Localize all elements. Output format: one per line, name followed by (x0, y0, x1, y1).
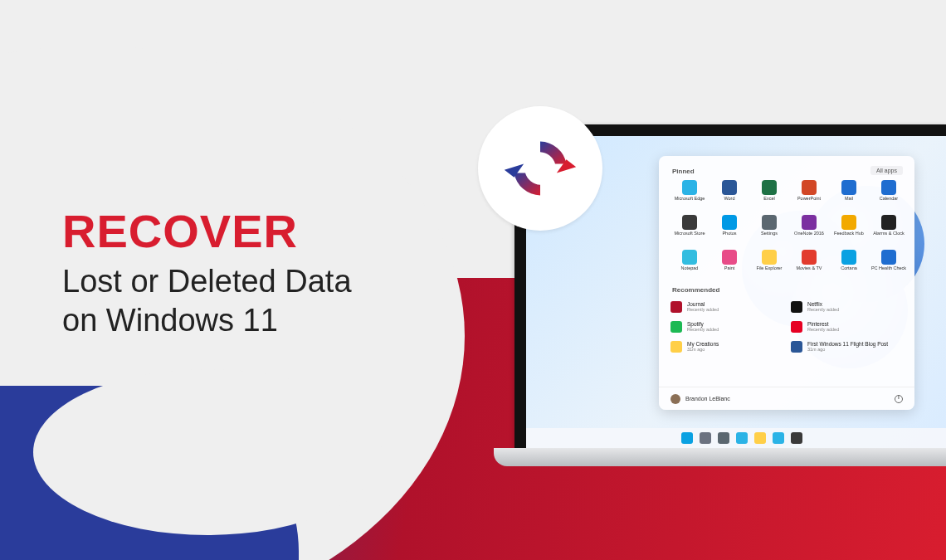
app-tile[interactable]: Alarms & Clock (870, 215, 908, 246)
app-icon (881, 180, 896, 195)
app-icon (722, 180, 737, 195)
app-tile[interactable]: Cortana (830, 250, 868, 281)
taskbar[interactable] (526, 428, 946, 448)
app-tile[interactable]: Settings (750, 215, 788, 246)
app-icon (881, 215, 896, 230)
app-tile[interactable]: Excel (750, 180, 788, 212)
start-menu[interactable]: Pinned All apps Microsoft EdgeWordExcelP… (659, 156, 914, 410)
taskbar-start-icon[interactable] (681, 432, 693, 444)
taskbar-store-icon[interactable] (791, 432, 802, 444)
app-tile[interactable]: Mail (830, 180, 868, 212)
app-tile[interactable]: PC Health Check (870, 250, 908, 281)
app-label: Notepad (670, 266, 709, 271)
recommended-item[interactable]: JournalRecently added (670, 299, 783, 315)
app-icon (682, 180, 697, 195)
recommended-subtitle: 31m ago (807, 348, 888, 353)
app-tile[interactable]: Microsoft Store (670, 215, 709, 246)
taskbar-widgets-icon[interactable] (736, 432, 748, 444)
app-tile[interactable]: Movies & TV (790, 250, 828, 281)
app-icon (762, 180, 777, 195)
app-icon (762, 215, 777, 230)
recommended-icon (791, 321, 802, 333)
app-label: Settings (750, 231, 788, 236)
recommended-item[interactable]: First Windows 11 Flight Blog Post31m ago (791, 338, 903, 355)
app-tile[interactable]: PowerPoint (790, 180, 828, 212)
recommended-item[interactable]: PinterestRecently added (791, 319, 903, 335)
recommended-section-label: Recommended (672, 286, 903, 294)
app-label: OneNote 2016 (790, 231, 828, 236)
app-icon (841, 215, 856, 230)
headline-title: RECOVER (62, 206, 352, 257)
app-label: Feedback Hub (830, 231, 868, 236)
app-tile[interactable]: Feedback Hub (830, 215, 868, 246)
app-label: Calendar (870, 197, 908, 202)
app-label: Word (710, 197, 749, 202)
app-label: Microsoft Edge (670, 197, 709, 202)
app-label: Movies & TV (790, 266, 828, 271)
app-icon (682, 215, 697, 230)
app-label: Mail (830, 197, 868, 202)
recommended-icon (670, 321, 682, 333)
app-tile[interactable]: Photos (710, 215, 749, 246)
taskbar-edge-icon[interactable] (773, 432, 784, 444)
recommended-icon (791, 301, 802, 313)
app-icon (802, 180, 817, 195)
refresh-sync-icon (503, 131, 578, 206)
app-tile[interactable]: Paint (710, 250, 749, 281)
headline-subtitle: Lost or Deleted Data on Windows 11 (62, 262, 352, 341)
recommended-subtitle: Recently added (687, 328, 719, 333)
laptop-base (494, 448, 946, 466)
app-icon (841, 180, 856, 195)
recommended-item[interactable]: NetflixRecently added (791, 299, 903, 315)
app-label: Paint (710, 266, 749, 271)
recommended-subtitle: Recently added (807, 328, 839, 333)
app-icon (802, 215, 817, 230)
app-label: Photos (710, 231, 749, 236)
recommended-icon (791, 341, 802, 353)
app-label: Cortana (830, 266, 868, 271)
recommended-icon (670, 341, 682, 353)
app-icon (802, 250, 817, 265)
user-avatar[interactable] (670, 394, 680, 404)
recommended-icon (670, 301, 682, 313)
power-icon[interactable] (895, 395, 903, 403)
pinned-section-label: Pinned (672, 168, 903, 175)
refresh-badge (478, 106, 602, 231)
app-icon (841, 250, 856, 265)
recommended-subtitle: Recently added (687, 308, 719, 313)
app-label: Alarms & Clock (870, 231, 908, 236)
pinned-apps-grid: Microsoft EdgeWordExcelPowerPointMailCal… (670, 180, 903, 281)
taskbar-explorer-icon[interactable] (754, 432, 766, 444)
app-icon (881, 250, 896, 265)
all-apps-button[interactable]: All apps (870, 166, 903, 175)
start-menu-footer: Brandon LeBlanc (659, 387, 914, 410)
app-tile[interactable]: Microsoft Edge (670, 180, 709, 212)
app-tile[interactable]: Calendar (870, 180, 908, 212)
recommended-list: JournalRecently addedNetflixRecently add… (670, 299, 903, 355)
app-icon (682, 250, 697, 265)
app-label: Microsoft Store (670, 231, 709, 236)
recommended-item[interactable]: My Creations31m ago (670, 338, 783, 355)
recommended-subtitle: 31m ago (687, 348, 719, 353)
username-label[interactable]: Brandon LeBlanc (685, 396, 730, 402)
taskbar-taskview-icon[interactable] (718, 432, 729, 444)
background-wave-blue (0, 386, 299, 560)
app-tile[interactable]: OneNote 2016 (790, 215, 828, 246)
app-icon (722, 215, 737, 230)
app-label: File Explorer (750, 266, 788, 271)
promo-graphic: RECOVER Lost or Deleted Data on Windows … (0, 0, 946, 560)
taskbar-search-icon[interactable] (700, 432, 711, 444)
recommended-item[interactable]: SpotifyRecently added (670, 319, 783, 335)
recommended-subtitle: Recently added (807, 308, 839, 313)
headline: RECOVER Lost or Deleted Data on Windows … (62, 206, 352, 341)
app-tile[interactable]: Word (710, 180, 749, 212)
app-icon (762, 250, 777, 265)
app-label: PC Health Check (870, 266, 908, 271)
app-label: Excel (750, 197, 788, 202)
app-icon (722, 250, 737, 265)
app-tile[interactable]: File Explorer (750, 250, 788, 281)
app-tile[interactable]: Notepad (670, 250, 709, 281)
app-label: PowerPoint (790, 197, 828, 202)
